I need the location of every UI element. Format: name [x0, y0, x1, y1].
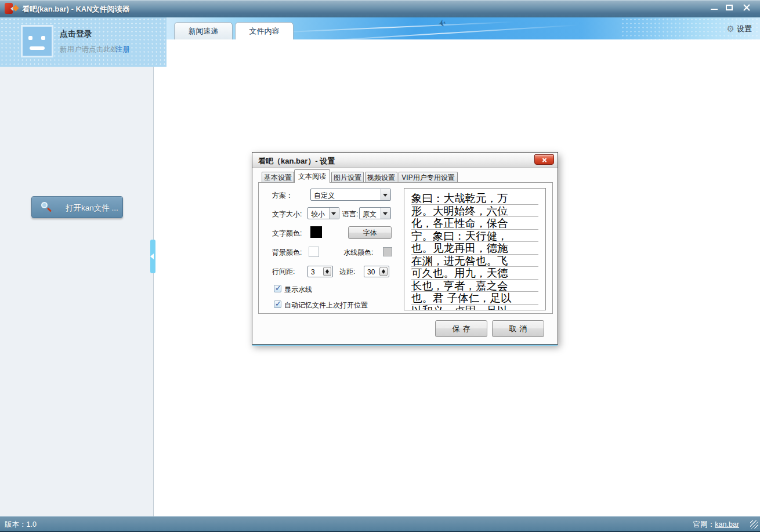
titlebar: 看吧(kan.bar) - KAN文件阅读器	[0, 0, 760, 17]
sidebar: 打开kan文件 ...	[0, 17, 154, 516]
preview-line: 长也，亨者，嘉之会	[411, 280, 538, 292]
gear-icon: ⚙	[727, 24, 734, 34]
minimize-button[interactable]	[707, 0, 722, 15]
show-watermark-checkbox[interactable]: ✓	[274, 285, 281, 292]
dialog-tab-vip[interactable]: VIP用户专用设置	[399, 172, 458, 182]
spinner-arrows-icon[interactable]	[323, 267, 331, 276]
preview-line: 象曰：大哉乾元，万	[411, 192, 538, 205]
scheme-select[interactable]: 自定义	[310, 189, 391, 201]
sidebar-collapse-handle[interactable]	[150, 240, 155, 273]
font-size-label: 文字大小:	[272, 209, 302, 219]
preview-line: 化，各正性命，保合	[411, 217, 538, 230]
line-spacing-value: 3	[311, 268, 315, 276]
preview-line: 可久也。用九，天德	[411, 267, 538, 280]
show-watermark-label[interactable]: 显示水线	[284, 285, 312, 295]
app-logo-icon	[5, 3, 19, 14]
login-link[interactable]: 点击登录	[60, 29, 92, 39]
text-color-swatch[interactable]	[310, 226, 322, 238]
checkmark-icon: ✓	[275, 299, 281, 308]
preview-line: 在渊，进无咎也。飞	[411, 255, 538, 267]
open-kan-file-button[interactable]: 打开kan文件 ...	[31, 196, 123, 218]
remember-position-checkbox[interactable]: ✓	[274, 301, 281, 308]
preview-line: 也。君 子体仁，足以	[411, 292, 538, 305]
app-window: 看吧(kan.bar) - KAN文件阅读器 ✈ 新闻速递 文件内容 ⚙设置 打…	[0, 0, 760, 532]
banner: ✈ 新闻速递 文件内容 ⚙设置	[167, 17, 760, 39]
preview-line: 形。大明始终，六位	[411, 205, 538, 218]
dialog-tab-image[interactable]: 图片设置	[331, 172, 364, 182]
maximize-button[interactable]	[722, 0, 737, 15]
text-preview-box: 象曰：大哉乾元，万 形。大明始终，六位 化，各正性命，保合 宁。象曰：天行健， …	[404, 188, 546, 310]
chevron-down-icon	[329, 208, 339, 219]
dialog-tab-basic[interactable]: 基本设置	[262, 172, 294, 182]
watermark-color-label: 水线颜色:	[343, 248, 373, 258]
resize-grip[interactable]	[750, 520, 758, 529]
margin-stepper[interactable]: 30	[364, 266, 389, 277]
scheme-value: 自定义	[314, 191, 335, 201]
font-size-select[interactable]: 较小	[307, 207, 339, 219]
margin-value: 30	[367, 268, 375, 276]
font-button[interactable]: 字体	[348, 226, 392, 239]
line-spacing-label: 行间距:	[272, 267, 295, 277]
line-spacing-stepper[interactable]: 3	[307, 266, 333, 277]
dialog-tab-text-reading[interactable]: 文本阅读	[294, 169, 330, 183]
site-link[interactable]: kan.bar	[715, 520, 739, 529]
margin-label: 边距:	[339, 267, 355, 277]
watermark-color-swatch[interactable]	[383, 247, 392, 256]
tab-file-content[interactable]: 文件内容	[235, 22, 294, 39]
settings-dialog: 看吧（kan.bar）- 设置 基本设置 文本阅读 图片设置 视频设置 VIP用…	[252, 152, 558, 345]
maximize-icon	[726, 5, 733, 10]
preview-line: 也。见龙再田，德施	[411, 242, 538, 255]
text-color-label: 文字颜色:	[272, 229, 302, 238]
close-button[interactable]	[739, 0, 754, 15]
dialog-title: 看吧（kan.bar）- 设置	[258, 156, 335, 167]
settings-button[interactable]: ⚙设置	[727, 23, 752, 35]
dialog-close-button[interactable]	[534, 154, 554, 165]
avatar[interactable]	[21, 25, 53, 57]
preview-line: 以和义，贞固，足以	[411, 305, 538, 311]
font-size-value: 较小	[311, 209, 325, 219]
chevron-down-icon	[381, 189, 390, 200]
scheme-label: 方案：	[272, 191, 293, 201]
language-value: 原文	[363, 209, 377, 219]
register-link[interactable]: 注册	[115, 45, 130, 55]
statusbar: 版本：1.0 官网：kan.bar	[0, 516, 760, 532]
remember-position-label[interactable]: 自动记忆文件上次打开位置	[284, 301, 368, 310]
tab-news[interactable]: 新闻速递	[174, 22, 233, 39]
preview-line: 宁。象曰：天行健，	[411, 230, 538, 243]
spinner-arrows-icon[interactable]	[379, 267, 388, 276]
language-label: 语言:	[342, 209, 358, 219]
settings-label: 设置	[737, 24, 752, 33]
chevron-down-icon	[381, 208, 390, 219]
avatar-eye	[28, 36, 32, 40]
airplane-icon: ✈	[437, 17, 447, 30]
avatar-eye	[41, 36, 45, 40]
cancel-button[interactable]: 取消	[492, 320, 544, 337]
language-select[interactable]: 原文	[359, 207, 391, 219]
bg-color-label: 背景颜色:	[272, 248, 302, 258]
login-panel: 点击登录 新用户请点击此处 注册	[0, 17, 167, 67]
tab-page: 方案： 自定义 文字大小: 较小 语言: 原文 文字颜色: 字体 背景颜色: 水…	[258, 182, 553, 314]
checkmark-icon: ✓	[275, 284, 281, 292]
dialog-tab-video[interactable]: 视频设置	[365, 172, 397, 182]
bg-color-swatch[interactable]	[309, 247, 319, 257]
site-label: 官网：kan.bar	[693, 520, 739, 530]
register-hint: 新用户请点击此处	[60, 45, 118, 55]
version-label: 版本：1.0	[5, 520, 37, 530]
minimize-icon	[711, 9, 718, 10]
magnifier-icon	[41, 202, 53, 213]
window-title: 看吧(kan.bar) - KAN文件阅读器	[22, 4, 130, 15]
avatar-smile	[30, 46, 45, 50]
site-prefix: 官网：	[693, 520, 715, 529]
open-kan-file-label: 打开kan文件 ...	[66, 203, 118, 213]
dialog-titlebar: 看吧（kan.bar）- 设置	[252, 153, 558, 168]
save-button[interactable]: 保存	[435, 320, 487, 337]
